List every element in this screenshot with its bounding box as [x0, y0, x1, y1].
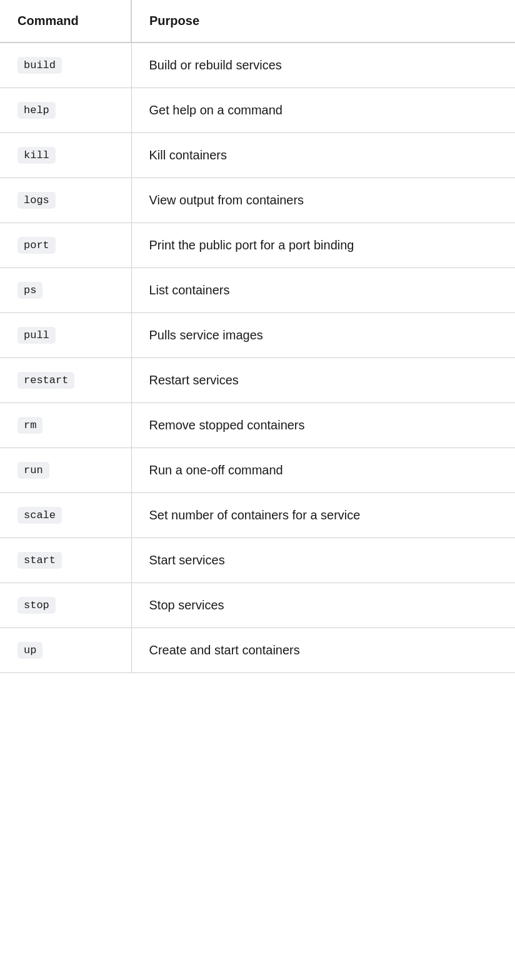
column-header-command: Command — [0, 0, 131, 42]
purpose-cell: Get help on a command — [131, 88, 515, 133]
command-cell: pull — [0, 313, 131, 358]
command-badge: help — [18, 102, 56, 119]
purpose-cell: Stop services — [131, 583, 515, 628]
command-badge: ps — [18, 282, 42, 299]
command-cell: logs — [0, 178, 131, 223]
command-badge: port — [18, 237, 56, 254]
purpose-cell: Start services — [131, 538, 515, 583]
purpose-cell: View output from containers — [131, 178, 515, 223]
command-badge: build — [18, 57, 62, 74]
command-badge: logs — [18, 192, 56, 209]
command-cell: stop — [0, 583, 131, 628]
command-badge: scale — [18, 507, 62, 524]
command-badge: start — [18, 552, 62, 569]
commands-table: Command Purpose buildBuild or rebuild se… — [0, 0, 515, 673]
purpose-cell: Kill containers — [131, 133, 515, 178]
table-row: scaleSet number of containers for a serv… — [0, 493, 515, 538]
purpose-cell: Create and start containers — [131, 628, 515, 673]
table-row: psList containers — [0, 268, 515, 313]
command-cell: start — [0, 538, 131, 583]
command-cell: kill — [0, 133, 131, 178]
command-badge: up — [18, 642, 42, 659]
command-cell: port — [0, 223, 131, 268]
command-cell: up — [0, 628, 131, 673]
purpose-cell: Print the public port for a port binding — [131, 223, 515, 268]
table-header-row: Command Purpose — [0, 0, 515, 42]
table-row: runRun a one-off command — [0, 448, 515, 493]
purpose-cell: Pulls service images — [131, 313, 515, 358]
command-badge: restart — [18, 372, 74, 389]
command-badge: kill — [18, 147, 56, 164]
command-cell: rm — [0, 403, 131, 448]
table-row: killKill containers — [0, 133, 515, 178]
purpose-cell: List containers — [131, 268, 515, 313]
table-row: buildBuild or rebuild services — [0, 42, 515, 88]
table-row: upCreate and start containers — [0, 628, 515, 673]
command-cell: run — [0, 448, 131, 493]
table-row: helpGet help on a command — [0, 88, 515, 133]
command-badge: stop — [18, 597, 56, 614]
table-row: portPrint the public port for a port bin… — [0, 223, 515, 268]
command-cell: ps — [0, 268, 131, 313]
command-cell: build — [0, 42, 131, 88]
table-row: restartRestart services — [0, 358, 515, 403]
commands-table-container: Command Purpose buildBuild or rebuild se… — [0, 0, 515, 673]
command-badge: rm — [18, 417, 42, 434]
command-cell: restart — [0, 358, 131, 403]
table-row: stopStop services — [0, 583, 515, 628]
purpose-cell: Set number of containers for a service — [131, 493, 515, 538]
table-row: startStart services — [0, 538, 515, 583]
purpose-cell: Remove stopped containers — [131, 403, 515, 448]
table-row: pullPulls service images — [0, 313, 515, 358]
purpose-cell: Run a one-off command — [131, 448, 515, 493]
command-badge: run — [18, 462, 49, 479]
purpose-cell: Restart services — [131, 358, 515, 403]
column-header-purpose: Purpose — [131, 0, 515, 42]
command-cell: scale — [0, 493, 131, 538]
command-cell: help — [0, 88, 131, 133]
table-row: logsView output from containers — [0, 178, 515, 223]
command-badge: pull — [18, 327, 56, 344]
table-row: rmRemove stopped containers — [0, 403, 515, 448]
purpose-cell: Build or rebuild services — [131, 42, 515, 88]
